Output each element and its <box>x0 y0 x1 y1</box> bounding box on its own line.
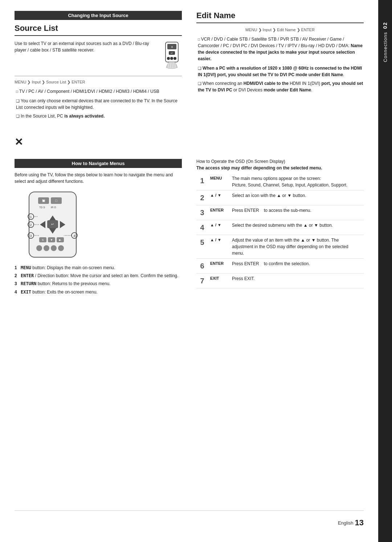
svg-point-36 <box>36 245 42 251</box>
source-list-notes: You can only choose external devices tha… <box>15 98 182 119</box>
osd-step-desc-5: Adjust the value of an item with the ▲ o… <box>229 235 364 259</box>
navigate-intro: Before using the TV, follow the steps be… <box>15 172 182 185</box>
osd-step-desc-4: Select the desired submenu with the ▲ or… <box>229 220 364 235</box>
svg-text:■-: ■- <box>59 238 62 242</box>
osd-step-num-2: 2 <box>196 190 207 205</box>
osd-step-num-3: 3 <box>196 205 207 220</box>
osd-step-desc-3: Press ENTER to access the sub-menu. <box>229 205 364 220</box>
svg-text:↩: ↩ <box>51 222 54 226</box>
source-list-section: Changing the Input Source Source List Us… <box>15 11 182 122</box>
page-footer: English 13 <box>15 510 364 527</box>
osd-step-key-6: ENTER <box>207 259 229 274</box>
nav-step-1: 1 MENU button: Displays the main on-scre… <box>15 264 182 271</box>
svg-text:TD  S: TD S <box>39 206 45 209</box>
osd-title: How to Operate the OSD (On Screen Displa… <box>196 159 364 164</box>
page-container: Changing the Input Source Source List Us… <box>0 0 392 542</box>
edit-name-notes: When a PC with a resolution of 1920 x 10… <box>196 65 364 93</box>
source-list-note1: You can only choose external devices tha… <box>15 98 182 111</box>
source-list-intro: Use to select TV or an external input so… <box>15 40 182 72</box>
svg-text:2: 2 <box>30 223 32 227</box>
edit-name-devices: VCR / DVD / Cable STB / Satellite STB / … <box>196 36 364 62</box>
side-tab: 02 Connections <box>378 0 392 542</box>
svg-text:S: S <box>42 238 44 242</box>
side-tab-text: Connections <box>383 32 388 62</box>
osd-row-2: 2 ▲ / ▼ Select an icon with the ▲ or ▼ b… <box>196 190 364 205</box>
osd-step-desc-6: Press ENTER to confirm the selection. <box>229 259 364 274</box>
osd-step-num-7: 7 <box>196 274 207 288</box>
osd-subtitle: The access step may differ depending on … <box>196 165 364 171</box>
nav-step-3: 3 RETURN button: Returns to the previous… <box>15 280 182 287</box>
osd-step-key-5: ▲ / ▼ <box>207 235 229 259</box>
edit-name-section: Edit Name MENU ❯ Input ❯ Edit Name ❯ ENT… <box>196 11 364 122</box>
svg-point-38 <box>51 245 57 251</box>
svg-text:1: 1 <box>30 215 32 219</box>
svg-point-5 <box>167 57 170 60</box>
remote-illustration: 8 ↩ <box>162 40 182 72</box>
x-marker: ✕ <box>15 136 364 148</box>
osd-row-7: 7 EXIT Press EXIT. <box>196 274 364 288</box>
osd-step-num-1: 1 <box>196 173 207 190</box>
footer-language: English <box>338 520 354 526</box>
svg-text:TV: TV <box>42 199 45 202</box>
divider1 <box>15 76 182 76</box>
navigate-menus-section: How to Navigate Menus Before using the T… <box>15 159 182 299</box>
edit-name-note1: When a PC with a resolution of 1920 x 10… <box>196 65 364 78</box>
svg-point-7 <box>173 57 176 60</box>
bottom-section: How to Navigate Menus Before using the T… <box>15 159 364 299</box>
osd-step-key-4: ▲ / ▼ <box>207 220 229 235</box>
footer-page-number: 13 <box>355 518 364 527</box>
osd-step-key-7: EXIT <box>207 274 229 288</box>
osd-step-num-4: 4 <box>196 220 207 235</box>
svg-point-6 <box>170 57 173 60</box>
edit-name-menu-path: MENU ❯ Input ❯ Edit Name ❯ ENTER <box>196 28 364 32</box>
osd-step-key-3: ENTER <box>207 205 229 220</box>
svg-text:□: □ <box>55 199 57 202</box>
nav-step-2: 2 ENTER / Direction button: Move the cur… <box>15 272 182 279</box>
source-list-title: Source List <box>15 24 182 36</box>
osd-row-6: 6 ENTER Press ENTER to confirm the selec… <box>196 259 364 274</box>
osd-row-1: 1 MENU The main menu options appear on t… <box>196 173 364 190</box>
osd-step-desc-1: The main menu options appear on the scre… <box>229 173 364 190</box>
edit-name-note2: When connecting an HDMI/DVI cable to the… <box>196 80 364 93</box>
main-content: Changing the Input Source Source List Us… <box>0 0 378 542</box>
osd-table: 1 MENU The main menu options appear on t… <box>196 173 364 288</box>
svg-text:8: 8 <box>171 45 173 49</box>
inputs-bullet: TV / PC / AV / Component / HDMI1/DVI / H… <box>15 88 182 95</box>
svg-point-37 <box>44 245 49 251</box>
svg-text:3: 3 <box>30 234 32 238</box>
osd-row-5: 5 ▲ / ▼ Adjust the value of an item with… <box>196 235 364 259</box>
osd-step-desc-7: Press EXIT. <box>229 274 364 288</box>
nav-step-4: 4 EXIT button: Exits the on-screen menu. <box>15 289 182 296</box>
side-tab-number: 02 <box>382 22 388 29</box>
source-list-menu-path: MENU ❯ Input ❯ Source List ❯ ENTER <box>15 80 182 85</box>
svg-text:↩: ↩ <box>171 52 173 55</box>
osd-row-4: 4 ▲ / ▼ Select the desired submenu with … <box>196 220 364 235</box>
osd-step-num-6: 6 <box>196 259 207 274</box>
svg-text:▼: ▼ <box>50 238 53 242</box>
osd-step-desc-2: Select an icon with the ▲ or ▼ button. <box>229 190 364 205</box>
inputs-list-item: TV / PC / AV / Component / HDMI1/DVI / H… <box>15 88 182 95</box>
edit-name-devices-item: VCR / DVD / Cable STB / Satellite STB / … <box>196 36 364 62</box>
source-list-note2: In the Source List, PC is always activat… <box>15 113 182 119</box>
osd-row-3: 3 ENTER Press ENTER to access the sub-me… <box>196 205 364 220</box>
svg-text:4: 4 <box>73 234 75 238</box>
edit-name-title: Edit Name <box>196 11 364 23</box>
osd-step-key-2: ▲ / ▼ <box>207 190 229 205</box>
osd-step-key-1: MENU <box>207 173 229 190</box>
navigate-menus-header: How to Navigate Menus <box>15 159 182 168</box>
osd-section: How to Operate the OSD (On Screen Displa… <box>196 159 364 299</box>
numbered-list: 1 MENU button: Displays the main on-scre… <box>15 264 182 296</box>
osd-step-num-5: 5 <box>196 235 207 259</box>
source-list-header: Changing the Input Source <box>15 11 182 20</box>
top-section: Changing the Input Source Source List Us… <box>15 11 364 122</box>
remote-large-illustration: ▣ TV □ TD S IR O <box>15 188 87 261</box>
svg-text:IR O: IR O <box>51 206 56 209</box>
svg-point-39 <box>58 245 64 251</box>
source-list-intro-text: Use to select TV or an external input so… <box>15 40 158 72</box>
